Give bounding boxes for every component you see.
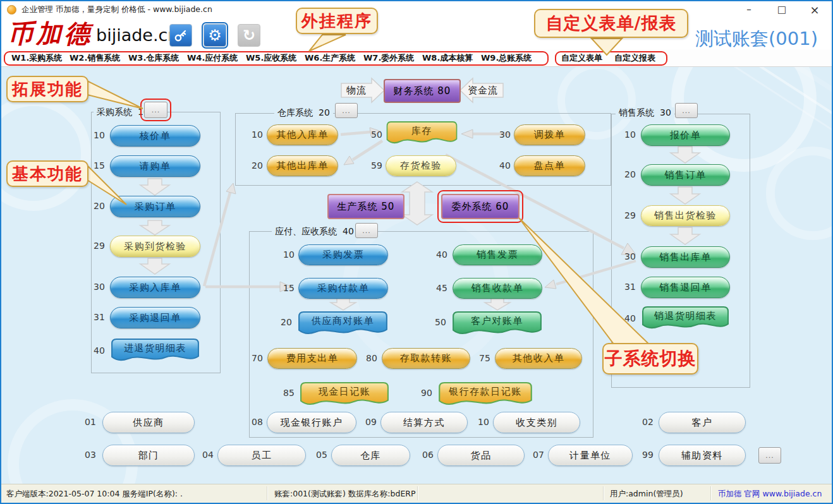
sales-item-40[interactable]: 销退货明细表	[641, 306, 730, 332]
payable-item-45[interactable]: 销售收款单	[453, 278, 542, 299]
menu-w3-warehouse[interactable]: W3.仓库系统	[128, 52, 179, 64]
menu-w4-payable[interactable]: W4.应付系统	[187, 52, 238, 64]
menu-w9-ledger[interactable]: W9.总账系统	[481, 52, 532, 64]
payable-title-code: 40	[343, 226, 354, 237]
sales-item-no: 20	[624, 169, 636, 179]
payable-more-button[interactable]: ...	[355, 223, 378, 238]
payable-item-50[interactable]: 客户对账单	[451, 311, 543, 338]
status-account-info: 账套:001(测试账套) 数据库名称:bdERP	[274, 489, 416, 500]
warehouse-item-no: 20	[252, 160, 263, 171]
refresh-icon[interactable]: ↻	[238, 24, 260, 47]
payable-item-no: 90	[421, 388, 432, 398]
purchase-item-no: 10	[94, 130, 105, 140]
status-divider	[417, 486, 418, 500]
payable-item-20[interactable]: 供应商对账单	[297, 311, 389, 338]
payable-item-40[interactable]: 销售发票	[453, 244, 542, 265]
purchase-item-20[interactable]: 采购订单	[110, 196, 200, 217]
menu-w7-outsource[interactable]: W7.委外系统	[363, 52, 414, 64]
warehouse-title-text: 仓库系统	[277, 107, 313, 119]
close-button[interactable]: ×	[800, 1, 829, 18]
status-website-link[interactable]: 币加德 官网 www.bijiade.cn	[718, 489, 822, 500]
menu-w6-production[interactable]: W6.生产系统	[305, 52, 355, 64]
payable-item-40: 40	[436, 249, 447, 260]
purchase-item-40[interactable]: 进退货明细表	[110, 338, 200, 364]
warehouse-item-50[interactable]: 库存	[386, 121, 458, 147]
warehouse-item-20[interactable]: 其他出库单	[267, 155, 338, 176]
basedata-no: 05	[316, 450, 327, 460]
warehouse-item-10[interactable]: 其他入库单	[267, 124, 338, 145]
basedata-department[interactable]: 部门	[102, 445, 195, 466]
callout-subsystem-switch: 子系统切换	[602, 343, 698, 375]
outsourcing-system-button[interactable]: 委外系统 60	[441, 194, 520, 219]
purchase-item-29[interactable]: 采购到货检验	[110, 236, 200, 257]
sales-item-29[interactable]: 销售出货检验	[641, 205, 730, 226]
basedata-supplier[interactable]: 供应商	[102, 412, 195, 433]
menu-w5-receivable[interactable]: W5.应收系统	[246, 52, 296, 64]
basedata-no: 99	[642, 450, 654, 460]
basedata-customer[interactable]: 客户	[659, 412, 746, 433]
status-divider	[603, 486, 604, 500]
warehouse-item-40[interactable]: 盘点单	[514, 155, 585, 176]
capital-label: 资金流	[468, 85, 498, 97]
key-icon[interactable]	[169, 24, 192, 47]
basedata-unit[interactable]: 计量单位	[548, 445, 633, 466]
basedata-income-expense-type: 10	[478, 417, 489, 427]
purchase-section-title: 采购系统10	[94, 107, 152, 118]
menu-bar: W1.采购系统 W2.销售系统 W3.仓库系统 W4.应付系统 W5.应收系统 …	[1, 49, 832, 67]
sales-item-20[interactable]: 销售订单	[641, 164, 730, 186]
sales-item-10[interactable]: 报价单	[641, 124, 730, 146]
app-icon	[7, 5, 16, 15]
basedata-income-expense-type[interactable]: 收支类别	[493, 412, 580, 433]
basedata-auxiliary[interactable]: 辅助资料	[659, 445, 746, 466]
purchase-item-30[interactable]: 采购入库单	[110, 277, 200, 298]
purchase-item-15[interactable]: 请购单	[110, 155, 200, 177]
minimize-button[interactable]: –	[734, 1, 763, 18]
title-bar: 企业管理 币加德，量身定制 价格低 - www.bijiade.cn – □ ×	[1, 1, 832, 18]
warehouse-item-no: 59	[371, 160, 382, 171]
warehouse-item-59[interactable]: 存货检验	[386, 155, 456, 176]
sales-item-no: 31	[624, 282, 636, 292]
sales-item-31[interactable]: 销售退回单	[641, 277, 730, 298]
account-badge: 测试账套(001)	[695, 27, 818, 52]
payable-item-85[interactable]: 现金日记账	[299, 381, 390, 409]
gear-icon[interactable]: ⚙	[204, 24, 226, 47]
menu-w8-costing[interactable]: W8.成本核算	[422, 52, 473, 64]
payable-item-90[interactable]: 银行存款日记账	[437, 381, 533, 409]
purchase-item-31[interactable]: 采购退回单	[110, 307, 200, 328]
payable-item-10[interactable]: 采购发票	[298, 244, 388, 265]
sales-item-no: 10	[624, 129, 636, 140]
sales-section-title: 销售系统30	[616, 107, 674, 119]
payable-item-15[interactable]: 采购付款单	[298, 278, 388, 299]
purchase-more-button[interactable]: ...	[144, 102, 167, 118]
warehouse-title-code: 20	[319, 107, 330, 119]
basedata-settlement-method[interactable]: 结算方式	[380, 412, 468, 433]
warehouse-item-30[interactable]: 调拨单	[514, 124, 585, 145]
sales-more-button[interactable]: ...	[675, 103, 698, 118]
status-divider	[267, 486, 268, 500]
warehouse-more-button[interactable]: ...	[335, 103, 358, 118]
sales-item-30[interactable]: 销售出库单	[641, 246, 730, 268]
basedata-no: 04	[202, 450, 214, 460]
maximize-button[interactable]: □	[767, 1, 796, 18]
basedata-no: 08	[252, 417, 263, 427]
payable-section-title: 应付、应收系统40	[272, 226, 357, 237]
basedata-more-button[interactable]: ...	[758, 447, 781, 464]
basedata-cash-bank-account[interactable]: 现金银行账户	[267, 412, 356, 433]
menu-w1-purchase[interactable]: W1.采购系统	[11, 52, 62, 64]
menu-custom-report[interactable]: 自定义报表	[614, 52, 655, 64]
payable-item-80[interactable]: 存取款转账	[382, 348, 470, 369]
purchase-item-10[interactable]: 核价单	[110, 125, 200, 147]
sales-title-text: 销售系统	[619, 107, 654, 119]
callout-basic: 基本功能	[6, 160, 88, 187]
payable-item-no: 15	[283, 283, 295, 293]
payable-item-70[interactable]: 费用支出单	[267, 348, 357, 369]
sales-item-no: 29	[624, 210, 636, 220]
basedata-goods[interactable]: 货品	[437, 445, 525, 466]
finance-system-button[interactable]: 财务系统 80	[384, 79, 461, 103]
payable-item-75[interactable]: 其他收入单	[495, 348, 582, 369]
production-system-button[interactable]: 生产系统 50	[327, 194, 404, 219]
basedata-employee[interactable]: 员工	[217, 445, 306, 466]
menu-w2-sales[interactable]: W2.销售系统	[70, 52, 120, 64]
basedata-warehouse[interactable]: 仓库	[331, 445, 410, 466]
menu-custom-form[interactable]: 自定义表单	[561, 52, 602, 64]
